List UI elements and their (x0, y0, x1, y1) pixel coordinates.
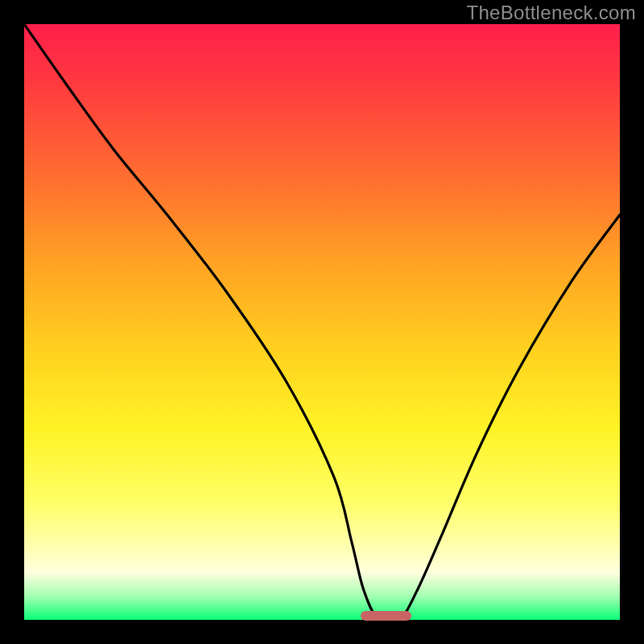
curve-svg (24, 24, 620, 620)
chart-frame: TheBottleneck.com (0, 0, 644, 644)
bottleneck-curve (24, 24, 620, 620)
optimal-marker (361, 611, 411, 621)
watermark-text: TheBottleneck.com (466, 2, 636, 24)
plot-area (24, 24, 620, 620)
